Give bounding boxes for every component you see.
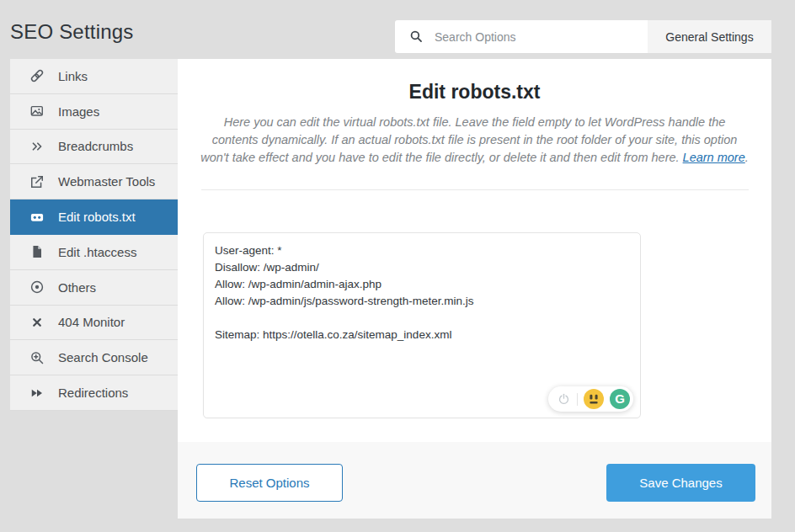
sidebar-item-label: Redirections <box>58 386 128 400</box>
description-text: Here you can edit the virtual robots.txt… <box>200 115 737 164</box>
sidebar-item-label: Edit .htaccess <box>58 245 136 259</box>
description-period: . <box>745 151 749 164</box>
breadcrumbs-icon <box>29 138 45 155</box>
target-icon <box>29 279 45 295</box>
tab-general-settings[interactable]: General Settings <box>648 20 771 53</box>
external-link-icon <box>29 173 45 190</box>
search-input[interactable] <box>433 29 648 45</box>
reset-options-button[interactable]: Reset Options <box>196 464 343 502</box>
sidebar-item-label: Edit robots.txt <box>58 210 136 224</box>
sidebar-item-search-console[interactable]: Search Console <box>10 340 178 375</box>
grammarly-toolbar: G <box>548 386 633 412</box>
fast-forward-icon <box>29 385 45 402</box>
sidebar-item-links[interactable]: Links <box>10 59 178 94</box>
sidebar-item-label: Links <box>58 69 88 83</box>
sidebar-item-edit-htaccess[interactable]: Edit .htaccess <box>10 235 178 270</box>
sidebar: Links Images Breadcrumbs <box>10 59 178 411</box>
sidebar-item-webmaster-tools[interactable]: Webmaster Tools <box>10 164 178 200</box>
page-heading: Edit robots.txt <box>178 81 771 104</box>
robots-txt-editor: User-agent: * Disallow: /wp-admin/ Allow… <box>203 232 641 418</box>
robot-icon <box>29 209 45 226</box>
search-icon <box>408 29 424 45</box>
grammarly-icon[interactable]: G <box>610 389 630 409</box>
sidebar-item-label: 404 Monitor <box>58 315 125 329</box>
file-icon <box>29 243 45 260</box>
section-divider <box>201 189 749 190</box>
power-icon[interactable] <box>557 392 571 407</box>
page-description: Here you can edit the virtual robots.txt… <box>200 114 750 167</box>
sidebar-item-edit-robots-txt[interactable]: Edit robots.txt <box>10 200 178 235</box>
zoom-in-icon <box>29 349 45 366</box>
neutral-face-emoji-icon[interactable] <box>584 389 604 409</box>
sidebar-item-redirections[interactable]: Redirections <box>10 375 178 411</box>
x-icon <box>29 314 45 331</box>
link-icon <box>29 67 45 84</box>
sidebar-item-label: Images <box>58 104 99 119</box>
sidebar-item-breadcrumbs[interactable]: Breadcrumbs <box>10 130 178 165</box>
main-content: Edit robots.txt Here you can edit the vi… <box>178 59 771 519</box>
sidebar-item-label: Others <box>58 280 96 295</box>
sidebar-item-label: Search Console <box>58 350 148 364</box>
sidebar-item-label: Webmaster Tools <box>58 174 155 189</box>
toolbar-divider <box>577 393 578 406</box>
footer-bar: Reset Options Save Changes <box>178 442 771 519</box>
search-box <box>395 20 648 53</box>
sidebar-item-images[interactable]: Images <box>10 94 178 130</box>
sidebar-item-others[interactable]: Others <box>10 270 178 306</box>
save-changes-button[interactable]: Save Changes <box>606 464 755 502</box>
sidebar-item-label: Breadcrumbs <box>58 139 133 153</box>
learn-more-link[interactable]: Learn more <box>683 151 745 164</box>
images-icon <box>29 103 45 120</box>
sidebar-item-404-monitor[interactable]: 404 Monitor <box>10 306 178 341</box>
page-title: SEO Settings <box>10 20 133 44</box>
